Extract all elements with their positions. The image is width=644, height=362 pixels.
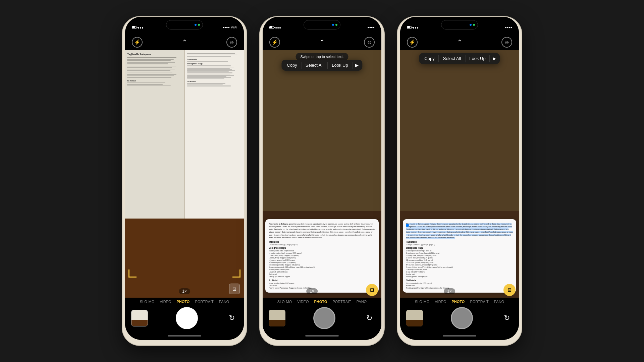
home-bar-3 <box>443 335 476 337</box>
live-photo-icon-2[interactable]: ◎ <box>364 37 375 48</box>
context-menu-3: Copy Select All Look Up ▶ <box>419 53 500 64</box>
zoom-level-1[interactable]: 1× <box>179 288 190 294</box>
zoom-level-2[interactable]: 1× <box>306 288 318 294</box>
phone-1: ●●● ●●●● WiFi ⚡ ⌃ ◎ <box>122 17 247 345</box>
mode-slomo-1[interactable]: SLO-MO <box>140 300 154 304</box>
mode-portrait-3[interactable]: PORTRAIT <box>470 300 488 304</box>
phone-3: ●●● ●●●● ⚡ ⌃ ◎ Copy <box>397 17 522 345</box>
more-button-2[interactable]: ▶ <box>353 60 361 70</box>
shutter-button-2[interactable] <box>313 307 335 329</box>
select-all-button-3[interactable]: Select All <box>439 54 465 63</box>
mode-photo-1[interactable]: PHOTO <box>176 300 190 304</box>
swipe-hint: Swipe or tap to select text. <box>296 53 348 60</box>
photo-thumbnail-3[interactable] <box>406 310 423 326</box>
mode-slomo-2[interactable]: SLO-MO <box>277 300 292 304</box>
scan-corner-br <box>232 269 240 278</box>
camera-top-bar-1: ⚡ ⌃ ◎ <box>125 34 244 50</box>
mode-video-2[interactable]: VIDEO <box>297 300 309 304</box>
copy-button-3[interactable]: Copy <box>420 54 438 63</box>
scan-corner-bl <box>128 269 137 278</box>
camera-top-bar-2: ⚡ ⌃ ◎ <box>263 34 381 50</box>
context-menu-2: Copy Select All Look Up ▶ <box>281 60 362 71</box>
status-bar-2: ●●● ●●●● <box>263 17 381 34</box>
chevron-up-button[interactable]: ⌃ <box>182 38 187 46</box>
flash-off-icon-2[interactable]: ⚡ <box>269 37 280 48</box>
selection-handle-top <box>406 224 409 227</box>
shutter-button-1[interactable] <box>176 307 198 329</box>
camera-bottom-2: SLO-MO VIDEO PHOTO PORTRAIT PANO ↻ <box>263 298 381 332</box>
live-text-button-2[interactable]: ⊡ <box>366 284 378 296</box>
mode-pano-2[interactable]: PANO <box>357 300 367 304</box>
home-bar-2 <box>305 335 339 337</box>
mode-portrait-2[interactable]: PORTRAIT <box>332 300 351 304</box>
mode-portrait-1[interactable]: PORTRAIT <box>195 300 213 304</box>
flash-off-icon-3[interactable]: ⚡ <box>407 37 418 48</box>
photo-thumbnail-2[interactable] <box>269 310 285 326</box>
flip-camera-icon-1[interactable]: ↻ <box>226 312 238 324</box>
photo-thumbnail-1[interactable] <box>131 310 148 326</box>
viewfinder-1: Tagliatelle Bolognese To Finish <box>125 50 244 298</box>
look-up-button-3[interactable]: Look Up <box>465 54 489 63</box>
text-card-3: The maxim in Bologna goes that you don't… <box>403 219 516 293</box>
shutter-button-3[interactable] <box>451 307 473 329</box>
status-bar-3: ●●● ●●●● <box>400 17 519 34</box>
camera-modes-1: SLO-MO VIDEO PHOTO PORTRAIT PANO <box>125 300 244 304</box>
mode-photo-2[interactable]: PHOTO <box>314 300 327 304</box>
viewfinder-3: Copy Select All Look Up ▶ The maxim in B… <box>400 50 519 298</box>
live-text-button-1[interactable]: ⊡ <box>229 284 240 294</box>
zoom-level-3[interactable]: 1× <box>444 288 455 294</box>
dynamic-island-2 <box>304 20 340 29</box>
more-button-3[interactable]: ▶ <box>490 54 499 63</box>
dynamic-island-3 <box>441 20 478 29</box>
mode-pano-3[interactable]: PANO <box>494 300 504 304</box>
status-bar-1: ●●● ●●●● WiFi <box>125 17 244 34</box>
chevron-up-button-2[interactable]: ⌃ <box>319 38 325 46</box>
text-card-2: The maxim in Bologna goes that you don't… <box>265 219 379 293</box>
flip-camera-icon-3[interactable]: ↻ <box>501 312 513 324</box>
mode-photo-3[interactable]: PHOTO <box>451 300 465 304</box>
flash-off-icon[interactable]: ⚡ <box>132 37 143 48</box>
phone-2: ●●● ●●●● ⚡ ⌃ ◎ Swipe or tap to s <box>260 17 384 345</box>
home-indicator-3 <box>400 332 519 340</box>
live-photo-icon-3[interactable]: ◎ <box>501 37 512 48</box>
camera-bottom-1: SLO-MO VIDEO PHOTO PORTRAIT PANO ↻ <box>125 298 244 332</box>
viewfinder-2: Swipe or tap to select text. Copy Select… <box>263 50 381 298</box>
live-text-button-3[interactable]: ⊡ <box>503 284 516 296</box>
dynamic-island-1 <box>166 20 203 29</box>
camera-bottom-3: SLO-MO VIDEO PHOTO PORTRAIT PANO ↻ <box>400 298 519 332</box>
select-all-button-2[interactable]: Select All <box>302 60 327 70</box>
home-indicator-2 <box>263 332 381 340</box>
mode-pano-1[interactable]: PANO <box>219 300 229 304</box>
live-photo-icon[interactable]: ◎ <box>226 37 237 48</box>
mode-video-1[interactable]: VIDEO <box>160 300 171 304</box>
look-up-button-2[interactable]: Look Up <box>328 60 352 70</box>
home-indicator-1 <box>125 332 244 340</box>
camera-top-bar-3: ⚡ ⌃ ◎ <box>400 34 519 50</box>
chevron-up-button-3[interactable]: ⌃ <box>457 38 463 46</box>
copy-button-2[interactable]: Copy <box>283 60 301 70</box>
mode-slomo-3[interactable]: SLO-MO <box>415 300 429 304</box>
flip-camera-icon-2[interactable]: ↻ <box>363 312 375 324</box>
mode-video-3[interactable]: VIDEO <box>435 300 446 304</box>
home-bar-1 <box>168 335 201 337</box>
